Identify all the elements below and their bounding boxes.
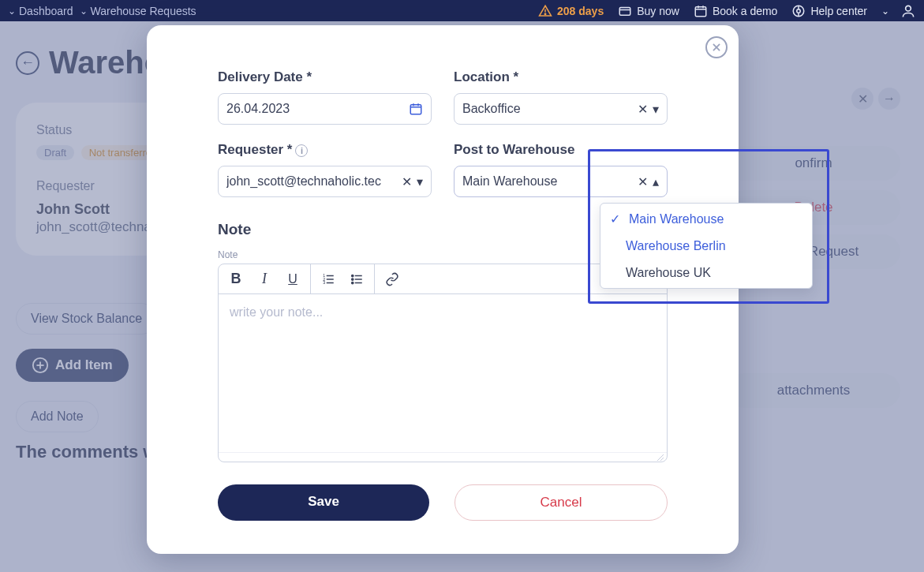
svg-line-34	[657, 454, 664, 461]
clear-icon[interactable]: ✕	[638, 102, 648, 117]
calendar-icon	[694, 4, 708, 18]
requester-select[interactable]: ✕ ▾	[218, 166, 432, 197]
warning-icon	[538, 4, 552, 18]
svg-line-35	[660, 458, 664, 461]
help-center-button[interactable]: Help center	[791, 4, 867, 18]
location-field[interactable]	[462, 102, 633, 116]
book-demo-button[interactable]: Book a demo	[694, 4, 778, 18]
requester-label: Requester *i	[218, 142, 432, 158]
calendar-icon[interactable]	[409, 102, 423, 116]
svg-point-12	[906, 6, 911, 11]
svg-rect-18	[410, 105, 421, 114]
user-icon[interactable]	[900, 3, 916, 19]
svg-rect-2	[619, 7, 630, 15]
delivery-date-label: Delivery Date *	[218, 69, 432, 85]
bold-button[interactable]: B	[228, 270, 244, 289]
ordered-list-button[interactable]: 123	[320, 270, 336, 289]
warehouse-dropdown: ✓ Main Warehouse Warehouse Berlin Wareho…	[600, 203, 813, 289]
location-label: Location *	[454, 69, 668, 85]
breadcrumb-dashboard[interactable]: ⌄Dashboard	[8, 5, 73, 17]
chevron-up-icon[interactable]: ▴	[653, 174, 659, 189]
chevron-down-icon: ⌄	[80, 6, 88, 17]
svg-point-33	[352, 282, 354, 283]
post-to-warehouse-label: Post to Warehouse	[454, 142, 668, 158]
italic-button[interactable]: I	[256, 270, 272, 289]
unordered-list-button[interactable]	[349, 270, 365, 289]
svg-text:3: 3	[323, 280, 325, 285]
save-button[interactable]: Save	[218, 484, 429, 521]
svg-point-31	[352, 275, 354, 276]
trial-days[interactable]: 208 days	[538, 4, 604, 18]
location-select[interactable]: ✕ ▾	[454, 93, 668, 125]
clear-icon[interactable]: ✕	[638, 174, 648, 189]
underline-button[interactable]: U	[285, 270, 301, 289]
note-textarea[interactable]	[219, 294, 667, 449]
svg-rect-4	[695, 6, 706, 16]
chevron-down-icon[interactable]: ▾	[417, 174, 423, 189]
edit-request-modal: Delivery Date * Requester *i ✕ ▾ Locatio…	[147, 25, 739, 554]
close-icon	[711, 42, 722, 53]
delivery-date-field[interactable]	[226, 102, 404, 116]
delivery-date-input[interactable]	[218, 93, 432, 125]
chevron-down-icon[interactable]: ▾	[653, 102, 659, 117]
chevron-down-icon[interactable]: ⌄	[881, 6, 889, 17]
svg-point-9	[797, 9, 801, 13]
cancel-button[interactable]: Cancel	[455, 484, 668, 521]
post-to-warehouse-field[interactable]	[462, 174, 633, 189]
svg-point-32	[352, 278, 354, 279]
top-nav: ⌄Dashboard ⌄Warehouse Requests 208 days …	[0, 0, 924, 21]
requester-field[interactable]	[226, 174, 397, 189]
warehouse-option-uk[interactable]: Warehouse UK	[600, 260, 812, 286]
modal-close-button[interactable]	[705, 36, 728, 58]
card-icon	[618, 4, 632, 18]
info-icon[interactable]: i	[295, 144, 308, 157]
chevron-down-icon: ⌄	[8, 6, 16, 17]
warehouse-option-berlin[interactable]: Warehouse Berlin	[600, 233, 812, 260]
check-icon: ✓	[610, 211, 623, 226]
resize-handle[interactable]	[219, 452, 667, 462]
clear-icon[interactable]: ✕	[402, 174, 412, 189]
help-icon	[791, 4, 806, 18]
breadcrumb-warehouse-requests[interactable]: ⌄Warehouse Requests	[80, 5, 196, 17]
buy-now-button[interactable]: Buy now	[618, 4, 679, 18]
svg-point-1	[544, 13, 546, 15]
post-to-warehouse-select[interactable]: ✕ ▴	[454, 166, 668, 197]
warehouse-option-main[interactable]: ✓ Main Warehouse	[600, 205, 812, 233]
note-editor: B I U 123	[218, 264, 668, 462]
link-button[interactable]	[384, 270, 400, 289]
